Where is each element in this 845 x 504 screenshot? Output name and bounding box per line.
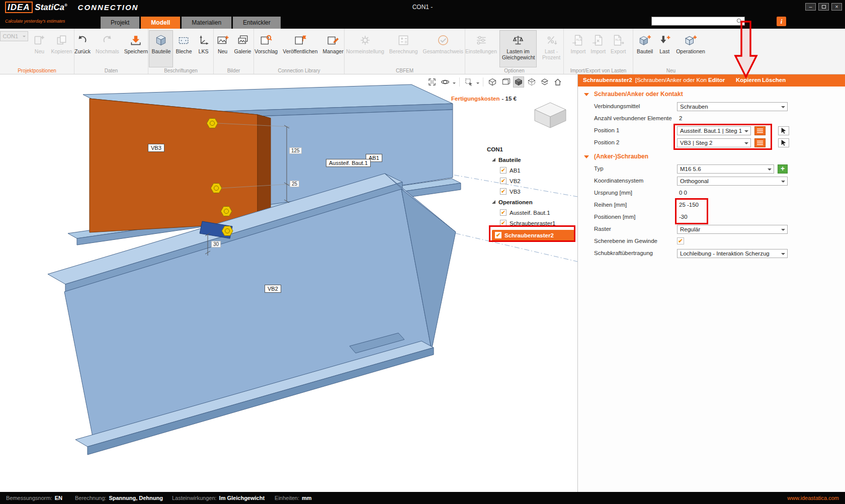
collapse-triangle-icon[interactable] (584, 155, 589, 158)
berechnung-button[interactable]: Berechnung (387, 30, 420, 67)
position1-plates-button[interactable] (754, 126, 766, 135)
view-iso-button[interactable] (487, 76, 498, 88)
bleche-labels-button[interactable]: Bleche (173, 30, 194, 67)
vorschlag-button[interactable]: Vorschlag (254, 30, 280, 67)
tree-item-schraubenraster2-selected[interactable]: ✔Schraubenraster2 (492, 230, 574, 241)
tree-root[interactable]: CON1 (486, 144, 577, 154)
new-bauteil-button[interactable]: Bauteil (634, 30, 655, 67)
plate-vb3[interactable] (90, 99, 271, 232)
render-wireframe-button[interactable] (526, 76, 537, 88)
cursor-icon (780, 127, 787, 134)
chevron-down-icon[interactable] (453, 82, 456, 86)
chevron-down-icon[interactable] (476, 82, 479, 86)
collapse-triangle-icon[interactable] (584, 93, 589, 96)
tree-item-vb2[interactable]: ✔VB2 (486, 176, 577, 186)
button-label: Zurück (74, 48, 91, 54)
verbindungsmittel-select[interactable]: Schrauben (677, 102, 788, 111)
add-bolt-type-button[interactable]: + (778, 164, 788, 174)
bolt-type-select[interactable]: M16 5.6 (677, 164, 774, 174)
project-position-select[interactable]: CON1 (0, 31, 28, 41)
dimension-125[interactable]: 125 (289, 147, 302, 154)
raster-select[interactable]: Regulär (677, 225, 788, 234)
website-link[interactable]: www.ideastatica.com (787, 495, 839, 501)
lks-labels-button[interactable]: LKS (195, 30, 213, 67)
tree-item-vb3[interactable]: ✔VB3 (486, 186, 577, 197)
bauteile-labels-button[interactable]: Bauteile (149, 30, 173, 67)
ursprung-input[interactable]: 0 0 (679, 190, 687, 196)
copy-position-button[interactable]: Kopieren (48, 30, 74, 67)
checkbox-checked-icon[interactable]: ✔ (500, 220, 506, 226)
tree-group-bauteile[interactable]: Bauteile (486, 154, 577, 165)
editor-button[interactable]: Editor (708, 77, 725, 83)
scene-3d[interactable] (0, 74, 577, 492)
navigation-cube[interactable] (531, 100, 570, 130)
anschluss-import-button[interactable]: Import (588, 30, 608, 67)
position2-plates-button[interactable] (754, 138, 766, 147)
status-label: Berechnung: (75, 495, 106, 501)
expander-icon[interactable] (492, 200, 495, 204)
view-front-button[interactable] (500, 76, 511, 88)
xls-export-button[interactable]: XLS Export (608, 30, 628, 67)
loeschen-button[interactable]: Löschen (762, 77, 786, 83)
dimension-30[interactable]: 30 (211, 241, 221, 247)
undo-button[interactable]: Zurück (74, 30, 93, 67)
xls-import-button[interactable]: XLS Import (568, 30, 588, 67)
orbit-button[interactable] (440, 76, 451, 88)
search-input[interactable] (652, 18, 736, 24)
tree-item-ab1[interactable]: ✔AB1 (486, 165, 577, 176)
maximize-button[interactable] (818, 3, 829, 11)
new-operation-button[interactable]: Operationen (673, 30, 708, 67)
tree-item-aussteif[interactable]: ✔Aussteif. Baut.1 (486, 207, 577, 218)
dimension-25[interactable]: 25 (290, 181, 299, 187)
last-prozent-button[interactable]: Last - Prozent (537, 30, 564, 67)
zoom-extents-button[interactable] (427, 76, 438, 88)
tab-projekt[interactable]: Projekt (101, 17, 139, 29)
new-image-button[interactable]: Neu (214, 30, 232, 67)
restore-icon (822, 5, 826, 9)
render-solid-button[interactable] (513, 76, 524, 88)
section-view-button[interactable] (539, 76, 550, 88)
veroeffentlichen-button[interactable]: Veröffentlichen (280, 30, 320, 67)
reihen-input[interactable]: 25 -150 (679, 202, 699, 208)
home-view-button[interactable] (552, 76, 563, 88)
position2-pick-button[interactable] (778, 138, 789, 147)
section-title: Schrauben/Anker oder Kontakt (594, 91, 683, 98)
position2-select[interactable]: VB3 | Steg 2 (677, 138, 751, 147)
close-button[interactable]: × (831, 3, 842, 11)
select-region-button[interactable] (463, 76, 474, 88)
minimize-button[interactable]: – (805, 3, 816, 11)
expander-icon[interactable] (492, 158, 495, 161)
new-position-button[interactable]: Neu (30, 30, 48, 67)
checkbox-checked-icon[interactable]: ✔ (500, 209, 506, 216)
checkbox-checked-icon[interactable]: ✔ (500, 188, 506, 195)
scherebene-checkbox[interactable]: ✔ (677, 237, 684, 244)
positionen-input[interactable]: -30 (679, 214, 688, 220)
gallery-button[interactable]: Galerie (232, 30, 254, 67)
row-raster: Raster Regulär (578, 223, 845, 235)
new-last-button[interactable]: Last (655, 30, 673, 67)
gesamtnachweis-button[interactable]: Gesamtnachweis (420, 30, 465, 67)
tab-modell[interactable]: Modell (141, 17, 180, 29)
lasten-gleichgewicht-button[interactable]: Lasten im Gleichgewicht (499, 30, 537, 67)
schubkraft-select[interactable]: Lochleibung - Interaktion Scherzug (677, 249, 788, 258)
row-scherebene: Scherebene im Gewinde ✔ (578, 235, 845, 247)
bolt-icon[interactable] (222, 226, 233, 236)
info-button[interactable]: i (777, 17, 786, 26)
checkbox-checked-icon[interactable]: ✔ (500, 167, 506, 174)
position1-select[interactable]: Aussteif. Baut.1 | Steg 1 (677, 126, 751, 135)
label-vb2: VB2 (265, 285, 281, 293)
koordinatensystem-select[interactable]: Orthogonal (677, 177, 788, 186)
manager-button[interactable]: Manager (320, 30, 345, 67)
viewport-3d[interactable]: Fertigungskosten- 15 € VB3 AB1 Aussteif.… (0, 74, 577, 492)
redo-button[interactable]: Nochmals (93, 30, 122, 67)
normeinstellung-button[interactable]: Normeinstellung (345, 30, 387, 67)
save-button[interactable]: Speichern (122, 30, 148, 67)
position1-pick-button[interactable] (778, 126, 789, 135)
tab-materialien[interactable]: Materialien (182, 17, 231, 29)
tree-group-operationen[interactable]: Operationen (486, 197, 577, 207)
einstellungen-button[interactable]: Einstellungen (465, 30, 499, 67)
tab-entwickler[interactable]: Entwickler (233, 17, 281, 29)
tree-item-schraubenraster1[interactable]: ✔Schraubenraster1 (486, 218, 577, 228)
checkbox-checked-icon[interactable]: ✔ (495, 232, 501, 238)
checkbox-checked-icon[interactable]: ✔ (500, 178, 506, 184)
